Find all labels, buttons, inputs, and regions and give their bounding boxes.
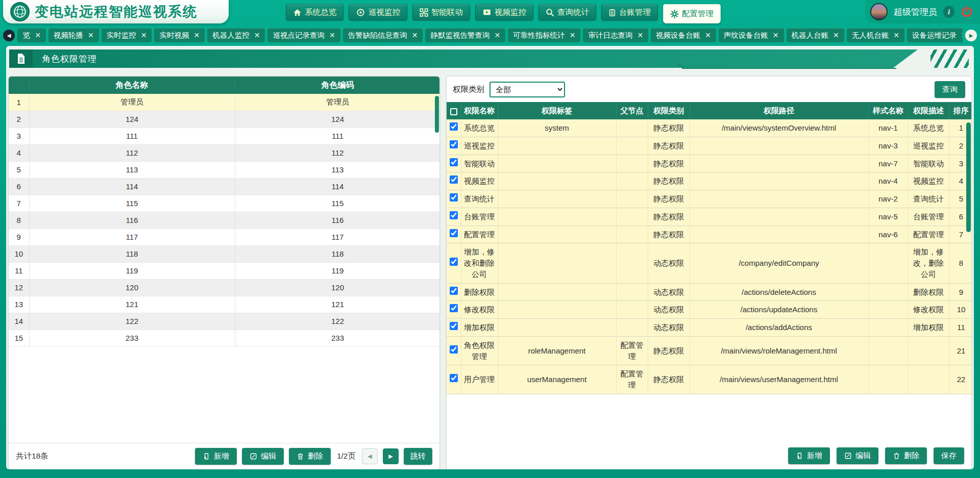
permission-row-2[interactable]: 巡视监控静态权限nav-3巡视监控2 (447, 137, 972, 155)
tab-close-icon[interactable]: ✕ (773, 32, 779, 39)
tab-14[interactable]: 无人机台账✕ (847, 28, 904, 42)
tab-2[interactable]: 视频轮播✕ (48, 28, 99, 42)
permission-checkbox[interactable] (450, 258, 458, 266)
tab-close-icon[interactable]: ✕ (494, 32, 500, 39)
permission-checkbox[interactable] (450, 140, 458, 148)
permission-checkbox[interactable] (450, 322, 458, 330)
tab-13[interactable]: 机器人台账✕ (787, 28, 844, 42)
permission-delete-button[interactable]: 删除 (885, 447, 927, 464)
prev-page-button[interactable]: ◀ (362, 448, 378, 464)
permission-checkbox[interactable] (450, 345, 458, 354)
role-row-2[interactable]: 2124124 (9, 111, 440, 128)
role-row-12[interactable]: 12120120 (9, 279, 440, 296)
tab-close-icon[interactable]: ✕ (88, 32, 94, 39)
save-button[interactable]: 保存 (934, 447, 964, 464)
permission-path-cell (690, 208, 868, 225)
tab-10[interactable]: 审计日志查询✕ (583, 28, 648, 42)
search-button[interactable]: 查询 (935, 81, 965, 98)
role-row-15[interactable]: 15233233 (9, 330, 440, 346)
permission-checkbox[interactable] (450, 175, 458, 184)
power-logout-icon[interactable] (961, 6, 973, 18)
permission-checkbox[interactable] (450, 211, 458, 219)
tab-close-icon[interactable]: ✕ (193, 32, 200, 39)
permission-row-5[interactable]: 查询统计静态权限nav-2查询统计5 (447, 190, 972, 208)
tab-close-icon[interactable]: ✕ (35, 32, 41, 39)
tab-4[interactable]: 实时视频✕ (154, 28, 205, 42)
tab-close-icon[interactable]: ✕ (570, 32, 576, 39)
permission-row-8[interactable]: 增加，修改和删除公司动态权限/company/editCompany增加，修改，… (447, 243, 972, 283)
tab-close-icon[interactable]: ✕ (141, 32, 147, 39)
tab-1[interactable]: 览✕ (17, 28, 46, 42)
nav-button-4[interactable]: 视频监控 (475, 4, 533, 20)
tab-close-icon[interactable]: ✕ (254, 32, 260, 39)
role-row-10[interactable]: 10118118 (9, 245, 440, 262)
permission-row-12[interactable]: 角色权限管理roleManagement配置管理静态权限/main/views/… (447, 336, 972, 365)
nav-button-2[interactable]: 巡视监控 (349, 4, 407, 20)
tab-7[interactable]: 告警缺陷信息查询✕ (343, 28, 423, 42)
roles-scrollbar-thumb[interactable] (435, 96, 439, 133)
permission-row-3[interactable]: 智能联动静态权限nav-7智能联动3 (447, 155, 972, 172)
tab-close-icon[interactable]: ✕ (329, 32, 335, 39)
nav-button-7[interactable]: 配置管理 (663, 4, 721, 23)
nav-button-5[interactable]: 查询统计 (538, 4, 596, 20)
permission-checkbox[interactable] (450, 193, 458, 202)
role-row-5[interactable]: 5113113 (9, 161, 440, 178)
tabs-scroll-left-icon[interactable]: ◀ (3, 30, 15, 41)
tab-close-icon[interactable]: ✕ (637, 32, 643, 39)
permission-row-9[interactable]: 删除权限动态权限/actions/deleteActions删除权限9 (447, 283, 972, 301)
role-code-cell: 112 (235, 144, 440, 161)
role-add-button[interactable]: 新增 (195, 448, 237, 465)
permission-row-10[interactable]: 修改权限动态权限/actions/updateActions修改权限10 (447, 301, 972, 319)
permission-checkbox[interactable] (450, 158, 458, 166)
role-row-3[interactable]: 3111111 (9, 128, 440, 144)
role-row-6[interactable]: 6114114 (9, 178, 440, 195)
permission-row-6[interactable]: 台账管理静态权限nav-5台账管理6 (447, 208, 972, 225)
permission-checkbox[interactable] (450, 122, 458, 131)
tab-close-icon[interactable]: ✕ (893, 32, 899, 39)
tab-5[interactable]: 机器人监控✕ (207, 28, 265, 42)
tab-9[interactable]: 可靠性指标统计✕ (508, 28, 580, 42)
avatar[interactable] (870, 3, 888, 20)
permission-row-11[interactable]: 增加权限动态权限/actions/addActions增加权限11 (447, 319, 972, 337)
tab-close-icon[interactable]: ✕ (705, 32, 711, 39)
tabs-scroll-right-icon[interactable]: ▶ (965, 30, 977, 41)
permission-checkbox[interactable] (450, 304, 458, 312)
role-row-9[interactable]: 9117117 (9, 229, 440, 245)
role-edit-button[interactable]: 编辑 (242, 448, 284, 465)
permission-checkbox[interactable] (450, 374, 458, 382)
role-row-1[interactable]: 1管理员管理员 (9, 94, 440, 111)
permissions-scrollbar-thumb[interactable] (966, 122, 971, 232)
role-row-11[interactable]: 11119119 (9, 262, 440, 279)
permission-checkbox[interactable] (450, 229, 458, 237)
tab-11[interactable]: 视频设备台账✕ (651, 28, 716, 42)
permission-checkbox[interactable] (450, 287, 458, 295)
permission-row-13[interactable]: 用户管理userManagement配置管理静态权限/main/views/us… (447, 365, 972, 394)
tab-close-icon[interactable]: ✕ (961, 32, 963, 39)
permission-row-1[interactable]: 系统总览system静态权限/main/views/systemOverview… (447, 119, 972, 137)
tab-12[interactable]: 声纹设备台账✕ (719, 28, 784, 42)
permission-row-4[interactable]: 视频监控静态权限nav-4视频监控4 (447, 172, 972, 190)
role-row-14[interactable]: 14122122 (9, 313, 440, 330)
nav-button-6[interactable]: 台账管理 (601, 4, 658, 20)
tab-close-icon[interactable]: ✕ (833, 32, 839, 39)
tab-3[interactable]: 实时监控✕ (102, 28, 152, 42)
role-delete-button[interactable]: 删除 (289, 448, 331, 465)
permission-add-button[interactable]: 新增 (788, 447, 830, 464)
role-row-4[interactable]: 4112112 (9, 144, 440, 161)
nav-button-3[interactable]: 智能联动 (412, 4, 470, 20)
next-page-button[interactable]: ▶ (383, 448, 399, 464)
tab-close-icon[interactable]: ✕ (412, 32, 418, 39)
role-row-8[interactable]: 8116116 (9, 212, 440, 229)
role-row-7[interactable]: 7115115 (9, 195, 440, 212)
permission-type-select[interactable]: 全部 (489, 82, 565, 97)
tab-8[interactable]: 静默监视告警查询✕ (425, 28, 505, 42)
permission-row-7[interactable]: 配置管理静态权限nav-6配置管理7 (447, 225, 972, 243)
role-row-13[interactable]: 13121121 (9, 296, 440, 313)
tab-15[interactable]: 设备运维记录✕ (907, 28, 963, 42)
tab-6[interactable]: 巡视点记录查询✕ (267, 28, 340, 42)
info-icon[interactable]: i (943, 6, 954, 18)
permission-edit-button[interactable]: 编辑 (837, 447, 878, 464)
nav-button-1[interactable]: 系统总览 (286, 4, 344, 20)
select-all-checkbox[interactable] (450, 108, 457, 115)
jump-page-button[interactable]: 跳转 (404, 448, 432, 465)
